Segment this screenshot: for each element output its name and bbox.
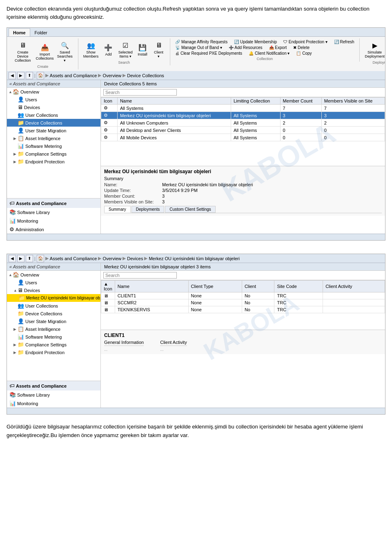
forward-btn[interactable]: ▶ [17,72,24,79]
copy-btn[interactable]: 📋 Copy [294,51,313,56]
table-row[interactable]: ⚙ Merkez OU içerisindeki tüm bilgisayar … [101,112,385,119]
tab-folder[interactable]: Folder [30,28,52,36]
tree-spacer-1 [7,165,100,198]
crumb2-merkez[interactable]: Merkez OU içerisindeki tüm bilgisayar ob… [149,256,240,261]
selected-items-btn[interactable]: ☑ SelectedItems ▾ [116,39,134,60]
cell2-site-code: TRC [274,292,323,299]
up-btn[interactable]: ⬆ [26,72,33,79]
tree2-sm[interactable]: 📊 Software Metering [7,333,100,341]
simulate-deployment-btn[interactable]: ▶ SimulateDeployment [363,39,385,60]
nav-monitoring[interactable]: 📊 Monitoring [7,216,100,225]
table-row[interactable]: 🖥 CLIENT1 None No TRC [101,292,385,299]
general-info-placeholder: ... [104,347,144,352]
right-panel-1: Device Collections 5 items Icon Name Lim… [101,80,385,234]
tab-custom-client[interactable]: Custom Client Settings [165,206,216,213]
search-bar-2 [101,271,385,280]
tree2-overview[interactable]: ▲ 🏠 Overview [7,271,100,279]
nav-software-library[interactable]: 📚 Software Library [7,208,100,216]
nav-assets-compliance[interactable]: 🏷 Assets and Compliance [7,199,100,208]
crumb-device-collections[interactable]: Device Collections [127,73,164,78]
table-row[interactable]: 🖥 TEKNIKSERVIS None No TRC [101,306,385,313]
crumb-overview[interactable]: Overview [102,73,121,78]
tree2-device-collections[interactable]: 📁 Device Collections [7,310,100,317]
tree-user-state-migration-1[interactable]: 👤 User State Migration [7,127,100,134]
nav2-assets-compliance[interactable]: 🏷 Assets and Compliance [7,381,100,390]
client-btn[interactable]: 🖥 Client ▾ [151,39,167,60]
table-row[interactable]: 🖥 SCCMR2 None No TRC [101,299,385,306]
cell2-activity [323,299,385,306]
tree2-devices[interactable]: ▲ 🖥 Devices [7,286,100,294]
detail-panel-2: CLIENT1 General Information ... Client A… [101,330,385,354]
tree2-ai[interactable]: ▶ 📋 Asset Intelligence [7,325,100,333]
tree2-ep[interactable]: ▶ 📁 Endpoint Protection [7,348,100,356]
bottom-paragraph: Görüldüğü üzere bilgisayar hesaplarımız … [0,418,392,445]
crumb2-overview[interactable]: Overview [102,256,121,261]
tree-devices-1[interactable]: 🖥 Devices [7,103,100,111]
crumb2-assets[interactable]: Assets and Compliance [50,256,97,261]
nav-administration[interactable]: ⚙ Administration [7,225,100,234]
tree-overview-1[interactable]: ▲ 🏠 Overview [7,88,100,96]
client-notification-btn[interactable]: 🔔 Client Notification ▾ [247,51,291,56]
tree2-user-collections[interactable]: 👥 User Collections [7,302,100,310]
tree-user-collections-1[interactable]: 👥 User Collections [7,111,100,119]
show-members-btn[interactable]: 👥 ShowMembers [82,39,100,60]
col-name-1: Name [117,98,231,105]
cell-visible: 0 [321,127,385,134]
manage-out-of-band-btn[interactable]: 📡 Manage Out of Band ▾ [174,45,224,50]
ribbon-group-search: 👥 ShowMembers ➕ Add ☑ SelectedItems ▾ 💾 … [80,38,171,65]
cell-visible: 2 [321,119,385,127]
detail-label-name: Name: [104,182,157,187]
table-row[interactable]: ⚙ All Mobile Devices All Systems 0 0 [101,134,385,141]
back-btn-2[interactable]: ◀ [9,255,16,262]
create-device-collection-btn[interactable]: 🖥 Create DeviceCollection [11,39,34,64]
nav-icon-btn[interactable]: 🏠 [37,72,44,79]
endpoint-protection-btn[interactable]: 🛡 Endpoint Protection ▾ [282,39,329,45]
devices-label: Devices [24,105,40,110]
tree2-usm[interactable]: 👤 User State Migration [7,317,100,325]
tab-home[interactable]: Home [9,28,30,36]
refresh-btn[interactable]: 🔄 Refresh [332,39,356,45]
delete-btn[interactable]: ✖ Delete [292,45,311,50]
update-membership-btn[interactable]: 🔄 Update Membership [232,39,278,45]
table-row[interactable]: ⚙ All Unknown Computers All Systems 2 2 [101,119,385,127]
saved-searches-btn[interactable]: 🔍 SavedSearches ▾ [55,39,75,64]
clear-pxe-btn[interactable]: 🖨 Clear Required PXE Deployments [174,51,244,56]
add-resources-btn[interactable]: ➕ Add Resources [227,45,264,50]
tree2-merkez[interactable]: 📁 Merkez OU içerisindeki tüm bilgisayar … [7,294,100,302]
up-btn-2[interactable]: ⬆ [26,255,33,262]
nav2-monitoring[interactable]: 📊 Monitoring [7,399,100,408]
tab-deployments[interactable]: Deployments [131,206,164,213]
nav-icon-btn-2[interactable]: 🏠 [37,255,44,262]
tree-users-1[interactable]: 👤 Users [7,96,100,103]
detail-row-members: Member Count: 3 [104,194,382,199]
crumb-assets[interactable]: Assets and Compliance [50,73,97,78]
tree2-comp[interactable]: ▶ 📁 Compliance Settings [7,341,100,348]
search-input-2[interactable] [103,272,177,279]
cell2-activity [323,306,385,313]
import-collections-btn[interactable]: 📥 ImportCollections [35,41,54,62]
tree-compliance-1[interactable]: ▶ 📁 Compliance Settings [7,150,100,158]
ribbon-tabs: Home Folder [7,28,385,37]
tree2-users[interactable]: 👤 Users [7,279,100,286]
add-btn[interactable]: ➕ Add [101,41,116,58]
table-row[interactable]: ⚙ All Desktop and Server Clients All Sys… [101,127,385,134]
tree-endpoint-1[interactable]: ▶ 📁 Endpoint Protection [7,158,100,165]
export-btn[interactable]: 📤 Export [267,45,289,50]
detail-value-name: Merkez OU içerisindeki tüm bilgisayar ob… [162,182,253,187]
install-btn[interactable]: 💾 Install [135,41,150,58]
tree-device-collections-1[interactable]: 📁 Device Collections [7,119,100,127]
tree-asset-intelligence-1[interactable]: ▶ 📋 Asset Intelligence [7,134,100,142]
forward-btn-2[interactable]: ▶ [17,255,24,262]
table-row[interactable]: ⚙ All Systems 7 7 [101,105,385,112]
screenshot-block-1: Home Folder 🖥 Create DeviceCollection 📥 … [7,27,385,241]
software-metering-label: Software Metering [25,144,62,149]
tab-summary[interactable]: Summary [104,206,131,213]
nav2-software-library[interactable]: 📚 Software Library [7,390,100,399]
search-input-1[interactable] [103,89,177,96]
back-btn[interactable]: ◀ [9,72,16,79]
manage-affinity-btn[interactable]: 🔗 Manage Affinity Requests [174,39,229,45]
detail-row-name: Name: Merkez OU içerisindeki tüm bilgisa… [104,182,382,187]
left-panel-header-1: « Assets and Compliance [7,80,100,88]
crumb2-devices[interactable]: Devices [127,256,143,261]
tree-software-metering-1[interactable]: 📊 Software Metering [7,142,100,150]
